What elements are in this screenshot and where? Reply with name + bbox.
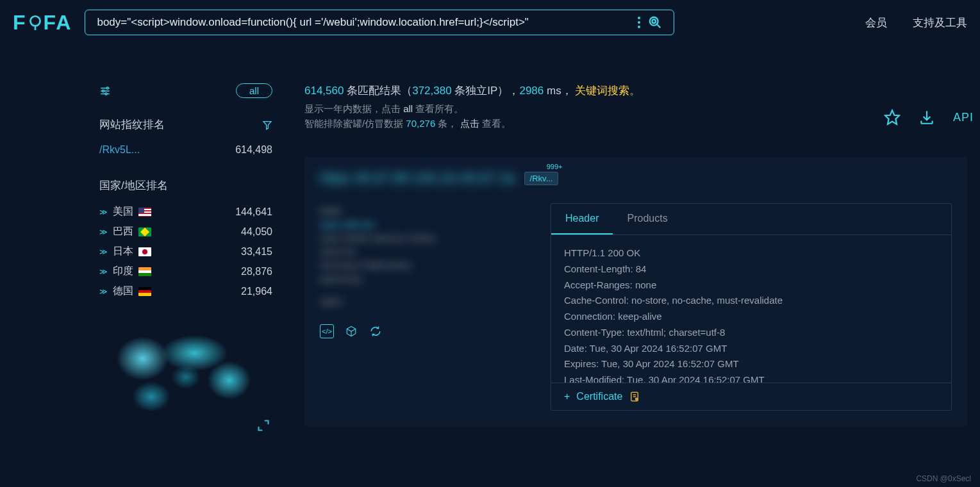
more-options-icon[interactable] [638, 17, 640, 28]
country-count: 33,415 [241, 246, 272, 258]
svg-point-10 [105, 93, 107, 95]
sidebar: all 网站指纹排名 /Rkv5L... 614,498 国家/地区排名 ≫美国… [99, 45, 272, 429]
svg-line-4 [657, 24, 661, 28]
chevron-icon: ≫ [99, 287, 108, 296]
world-map[interactable] [99, 320, 272, 429]
blur-row: 2024-04 [320, 246, 531, 257]
header-line: Accept-Ranges: none [564, 277, 938, 293]
blur-row: Germany Falkenstein [320, 260, 531, 270]
result-title-blurred: https 45.67.89 104.23.45.67 2a [320, 170, 515, 186]
section-fingerprint: 网站指纹排名 /Rkv5L... 614,498 [99, 117, 272, 159]
tabs: Header Products [551, 204, 951, 235]
fingerprint-row[interactable]: /Rkv5L... 614,498 [99, 141, 272, 159]
certificate-row[interactable]: + Certificate [551, 383, 951, 410]
tab-products[interactable]: Products [613, 204, 681, 235]
stats-line: 614,560 条匹配结果（372,380 条独立IP），2986 ms， 关键… [304, 83, 967, 98]
country-row[interactable]: ≫美国144,641 [99, 202, 272, 222]
l2b: 查看所有。 [413, 103, 463, 114]
tab-header[interactable]: Header [551, 204, 613, 235]
header-line: Cache-Control: no-store, no-cache, must-… [564, 293, 938, 309]
chevron-icon: ≫ [99, 247, 108, 256]
country-name: 美国 [113, 205, 133, 219]
svg-point-0 [30, 16, 40, 26]
nav-support[interactable]: 支持及工具 [913, 15, 967, 30]
country-row[interactable]: ≫日本33,415 [99, 242, 272, 261]
country-count: 21,964 [241, 286, 272, 297]
header-line: Content-Length: 84 [564, 261, 938, 277]
search-bar [85, 10, 674, 35]
fingerprint-label: /Rkv5L... [99, 144, 140, 156]
country-count: 144,641 [235, 206, 272, 218]
expand-icon[interactable] [257, 419, 270, 432]
blur-row: openresty [320, 273, 531, 284]
keyword-search[interactable]: 关键词搜索。 [575, 85, 640, 97]
cube-icon[interactable] [344, 324, 358, 338]
result-card: https 45.67.89 104.23.45.67 2a 999+ /Rkv… [304, 157, 967, 426]
result-right-col: Header Products HTTP/1.1 200 OKContent-L… [551, 203, 952, 411]
flag-icon [138, 227, 151, 236]
search-input[interactable] [97, 16, 630, 29]
funnel-icon[interactable] [262, 120, 272, 130]
country-count: 28,876 [241, 266, 272, 277]
svg-marker-17 [885, 110, 899, 124]
header-line: Date: Tue, 30 Apr 2024 16:52:07 GMT [564, 341, 938, 357]
country-name: 日本 [113, 245, 133, 258]
sub-line-1: 显示一年内数据，点击 all 查看所有。 [304, 103, 967, 115]
logo[interactable]: FFA [13, 11, 72, 35]
svg-point-9 [103, 90, 104, 92]
chevron-icon: ≫ [99, 208, 108, 217]
search-icon[interactable] [648, 15, 662, 29]
u-suffix: 条独立IP）， [452, 85, 520, 97]
certificate-label: Certificate [576, 391, 622, 402]
country-name: 巴西 [113, 225, 133, 238]
header: FFA 会员 支持及工具 [0, 0, 980, 45]
country-name: 印度 [113, 265, 133, 278]
all-link[interactable]: all [403, 103, 413, 114]
code-icon[interactable]: </> [320, 324, 334, 338]
l3a: 智能排除蜜罐/仿冒数据 [304, 118, 406, 129]
api-link[interactable]: API [953, 111, 974, 124]
blur-row: 2a01:4f8:c0c [320, 219, 531, 230]
section-country: 国家/地区排名 ≫美国144,641≫巴西44,050≫日本33,415≫印度2… [99, 178, 272, 301]
fingerprint-count: 614,498 [235, 144, 272, 156]
click-link[interactable]: 点击 [460, 118, 479, 129]
svg-point-16 [635, 398, 638, 401]
certificate-icon [629, 391, 640, 402]
svg-point-3 [652, 19, 656, 23]
country-row[interactable]: ≫巴西44,050 [99, 222, 272, 242]
filter-icon[interactable] [99, 85, 111, 97]
country-row[interactable]: ≫德国21,964 [99, 281, 272, 301]
country-row[interactable]: ≫印度28,876 [99, 261, 272, 281]
svg-point-2 [650, 17, 658, 26]
header-line: Content-Type: text/html; charset=utf-8 [564, 325, 938, 341]
flag-icon [138, 208, 151, 217]
t-suffix: 条匹配结果（ [344, 85, 412, 97]
refresh-icon[interactable] [369, 324, 383, 338]
main: 614,560 条匹配结果（372,380 条独立IP），2986 ms， 关键… [304, 45, 980, 429]
flag-icon [138, 267, 151, 276]
header-line: HTTP/1.1 200 OK [564, 245, 938, 261]
all-pill[interactable]: all [236, 83, 272, 98]
tool-icons: </> [320, 324, 531, 338]
top-actions: API [884, 109, 974, 126]
blur-row: 8080 [320, 206, 531, 217]
download-icon[interactable] [918, 109, 935, 126]
star-icon[interactable] [884, 109, 901, 126]
badge-rkv[interactable]: /Rkv... [524, 172, 559, 185]
nav-member[interactable]: 会员 [865, 15, 887, 30]
ms-value: 2986 [519, 85, 544, 97]
badges: 999+ /Rkv... [524, 172, 559, 185]
plus-icon: + [564, 391, 570, 402]
total-count: 614,560 [304, 85, 344, 97]
chevron-icon: ≫ [99, 267, 108, 276]
svg-point-8 [106, 87, 108, 89]
l2a: 显示一年内数据，点击 [304, 103, 403, 114]
ms-suffix: ms， [544, 85, 575, 97]
blur-row: nginx [320, 295, 531, 306]
fingerprint-title: 网站指纹排名 [99, 117, 165, 132]
flag-icon [138, 247, 151, 256]
country-title: 国家/地区排名 [99, 178, 168, 193]
country-count: 44,050 [241, 226, 272, 238]
badge-count: 999+ [547, 163, 563, 170]
header-line: Last-Modified: Tue, 30 Apr 2024 16:52:07… [564, 372, 938, 383]
